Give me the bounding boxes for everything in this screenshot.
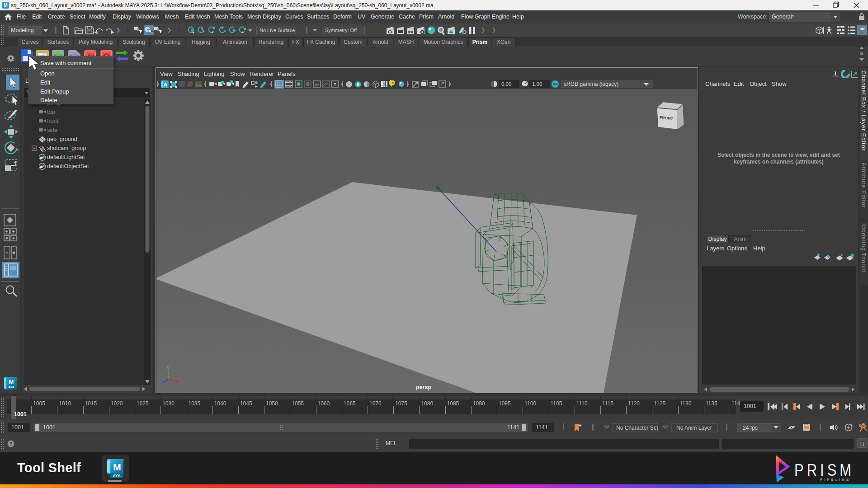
svg-text:No Anim Layer: No Anim Layer <box>676 425 712 431</box>
svg-text:sRGB gamma (legacy): sRGB gamma (legacy) <box>564 81 618 87</box>
svg-text:A: A <box>164 82 167 87</box>
svg-text:geo_ground: geo_ground <box>47 136 77 142</box>
svg-text:y: y <box>167 365 170 370</box>
svg-text:M: M <box>9 379 14 385</box>
svg-text:ON: ON <box>553 83 558 86</box>
svg-text:persp: persp <box>416 384 431 390</box>
svg-text:front: front <box>47 118 59 124</box>
svg-text:XY: XY <box>315 83 320 87</box>
svg-text:AYA: AYA <box>8 385 14 389</box>
svg-text:defaultLightSet: defaultLightSet <box>47 154 85 160</box>
svg-text:T: T <box>334 82 336 87</box>
svg-text:AYA: AYA <box>113 474 121 478</box>
svg-text:{;}: {;} <box>860 441 864 446</box>
svg-text:0.00: 0.00 <box>501 81 511 87</box>
svg-text:M: M <box>113 462 121 472</box>
svg-text:IPR: IPR <box>408 31 413 34</box>
svg-text:PRISM: PRISM <box>794 461 854 479</box>
svg-text:M: M <box>4 3 7 8</box>
svg-text:z: z <box>159 381 161 386</box>
svg-text:24 fps: 24 fps <box>743 425 758 431</box>
svg-text:defaultObjectSet: defaultObjectSet <box>47 163 89 169</box>
svg-text:side: side <box>47 127 57 133</box>
svg-text:No Character Set: No Character Set <box>616 425 658 431</box>
svg-text:?: ? <box>9 441 13 446</box>
svg-text:x: x <box>176 378 179 384</box>
svg-text:PIPELINE: PIPELINE <box>820 478 850 482</box>
svg-text:shotcam_group: shotcam_group <box>47 145 86 151</box>
svg-text:top: top <box>47 109 55 115</box>
svg-text:1.00: 1.00 <box>532 81 542 87</box>
